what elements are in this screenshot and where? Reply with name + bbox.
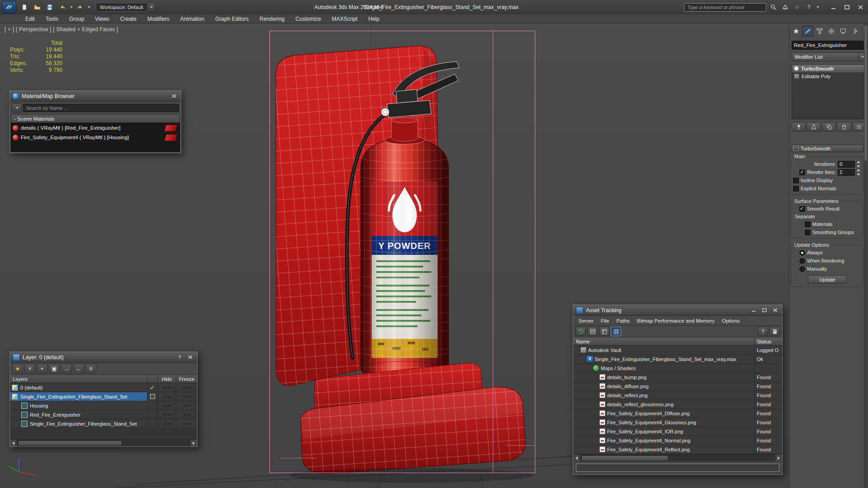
help-icon[interactable]: ? [175,354,184,361]
visibility-bulb-icon[interactable] [794,66,799,71]
hide-toggle[interactable] [157,419,176,428]
material-search-input[interactable] [23,104,179,112]
iterations-field[interactable]: 0 [838,161,855,168]
layer-properties-button[interactable]: ≡ [85,364,96,374]
freeze-toggle[interactable] [176,419,197,428]
menu-options[interactable]: Options [719,318,743,324]
status-column-header[interactable]: Status [754,338,782,345]
create-layer-button[interactable]: ★ [12,364,23,374]
undo-button[interactable] [57,2,68,12]
remove-modifier-button[interactable] [837,122,851,131]
render-iters-spinner[interactable] [857,169,862,176]
modifier-list-dropdown[interactable]: Modifier List [792,52,866,61]
material-list-item[interactable]: Fire_Safety_Equipment4 ( VRayMtl ) [Hous… [11,133,179,142]
asset-row[interactable]: details_reflect_glossiness.png Found [573,400,782,409]
menu-graph-editors[interactable]: Graph Editors [210,14,254,23]
asset-row[interactable]: Maps / Shaders [573,364,782,373]
modifier-stack-item-turbosmooth[interactable]: TurboSmooth [792,65,866,72]
hide-toggle[interactable] [157,383,176,392]
iterations-spinner[interactable] [857,161,862,168]
isoline-display-checkbox[interactable] [793,178,799,183]
details-view-button[interactable] [599,327,609,336]
application-menu-button[interactable] [2,1,16,14]
render-iters-checkbox[interactable] [799,169,805,175]
undo-history-arrow-icon[interactable] [70,6,73,8]
communication-center-icon[interactable] [781,3,790,12]
freeze-toggle[interactable] [176,401,197,410]
menu-rendering[interactable]: Rendering [254,14,290,23]
select-highlighted-button[interactable]: ← [73,364,84,374]
search-icon[interactable] [769,3,778,12]
close-icon[interactable] [771,307,779,314]
menu-customize[interactable]: Customize [290,14,326,23]
asset-horizontal-scrollbar[interactable] [573,454,782,461]
materials-checkbox[interactable] [805,221,811,227]
layers-column-header[interactable]: Layers [10,376,147,382]
explicit-normals-checkbox[interactable] [793,186,799,192]
menu-views[interactable]: Views [90,14,115,23]
render-iters-field[interactable]: 2 [838,169,855,176]
smoothing-groups-checkbox[interactable] [805,230,811,235]
asset-row[interactable]: details_bump.png Found [573,373,782,382]
save-file-button[interactable] [44,2,55,12]
layer-row-object[interactable]: Single_Fire_Extinguisher_Fiberglass_Stan… [10,419,197,428]
manually-radio[interactable] [799,266,805,272]
add-to-layer-button[interactable]: + [37,364,47,374]
menu-modifiers[interactable]: Modifiers [142,14,175,23]
always-radio[interactable] [799,250,805,256]
highlight-issues-icon[interactable] [769,327,780,336]
refresh-button[interactable] [576,327,586,336]
menu-server[interactable]: Server [575,318,597,324]
layer-row-object[interactable]: Housing [10,401,197,410]
menu-paths[interactable]: Paths [613,318,632,324]
asset-row[interactable]: Fire_Safety_Equipment4_Normal.png Found [573,436,782,445]
scroll-right-arrow-icon[interactable] [190,440,197,446]
menu-create[interactable]: Create [115,14,142,23]
minimize-button[interactable] [826,2,840,13]
redo-history-arrow-icon[interactable] [88,6,90,8]
asset-status-field[interactable] [576,464,779,472]
panel-scrollbar[interactable] [864,23,868,488]
material-list-item[interactable]: details ( VRayMtl ) [Red_Fire_Extniguish… [11,123,179,133]
scroll-left-arrow-icon[interactable] [573,455,580,461]
asset-row[interactable]: Fire_Safety_Equipment4_IOR.png Found [573,427,782,436]
hide-toggle[interactable] [157,401,176,410]
favorites-star-icon[interactable]: ☆ [793,3,802,12]
layer-row-object[interactable]: Red_Fire_Extniguisher [10,410,197,419]
asset-row[interactable]: Fire_Safety_Equipment4_Reflect.png Found [573,445,782,454]
browser-options-button[interactable] [12,103,22,113]
help-icon[interactable]: ? [758,327,768,336]
close-icon[interactable] [186,354,194,361]
asset-row[interactable]: details_diffuse.png Found [573,382,782,391]
menu-tools[interactable]: Tools [40,14,64,23]
viewport-label[interactable]: [ + ] [ Perspective ] [ Shaded + Edged F… [5,26,118,33]
make-unique-button[interactable] [822,122,836,131]
asset-row[interactable]: Fire_Safety_Equipment4_Glossines.png Fou… [573,418,782,427]
name-column-header[interactable]: Name [573,339,754,344]
update-button[interactable]: Update [808,275,847,284]
layer-row-default[interactable]: 0 (default) [10,383,197,392]
help-dropdown-arrow-icon[interactable] [816,6,819,8]
hide-toggle[interactable] [157,410,176,419]
set-current-layer-button[interactable]: → [61,364,72,374]
material-browser-titlebar[interactable]: Material/Map Browser [10,91,181,102]
tab-display[interactable] [837,26,849,37]
minimize-icon[interactable] [750,307,758,314]
tab-modify[interactable] [802,26,813,37]
extinguisher-cylinder[interactable]: Y POWDER [361,116,448,380]
set-current-box[interactable] [147,392,157,401]
table-view-button[interactable] [611,327,621,336]
modifier-stack-item-editable-poly[interactable]: Editable Poly [792,72,866,80]
menu-group[interactable]: Group [64,14,90,23]
turbosmooth-rollout-header[interactable]: TurboSmooth [791,145,863,152]
menu-bitmap-performance[interactable]: Bitmap Performance and Memory [634,318,718,324]
scroll-right-arrow-icon[interactable] [775,455,782,461]
select-layer-objects-button[interactable]: ▣ [49,364,60,374]
layer-horizontal-scrollbar[interactable] [10,439,197,446]
freeze-toggle[interactable] [176,392,197,401]
open-file-button[interactable] [32,2,42,12]
close-button[interactable] [854,2,867,13]
tab-create[interactable] [790,26,802,37]
tab-motion[interactable] [826,26,837,37]
delete-layer-button[interactable]: × [24,364,35,374]
